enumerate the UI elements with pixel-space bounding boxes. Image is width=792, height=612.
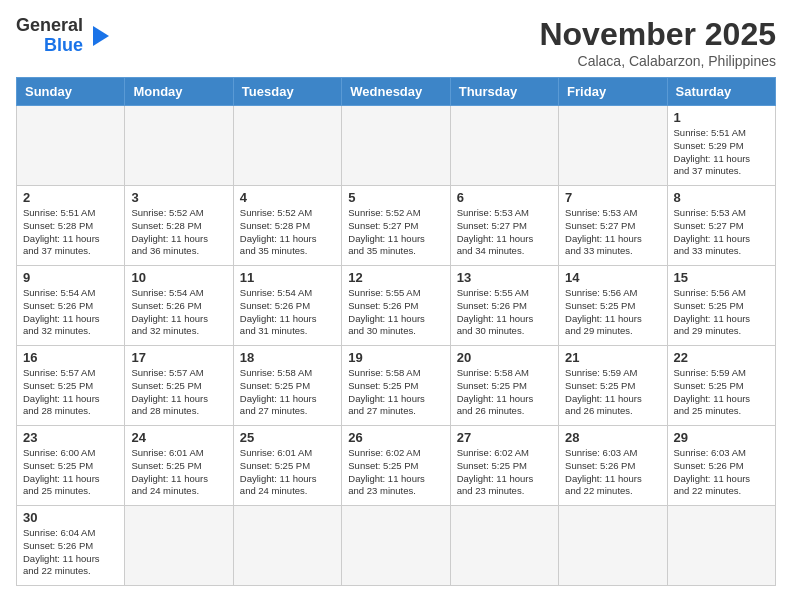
cell-info: Sunrise: 5:55 AM Sunset: 5:26 PM Dayligh… (457, 287, 552, 338)
cell-info: Sunrise: 6:00 AM Sunset: 5:25 PM Dayligh… (23, 447, 118, 498)
logo-general: General (16, 16, 83, 36)
day-number: 15 (674, 270, 769, 285)
cell-info: Sunrise: 5:57 AM Sunset: 5:25 PM Dayligh… (131, 367, 226, 418)
day-number: 5 (348, 190, 443, 205)
cell-info: Sunrise: 5:58 AM Sunset: 5:25 PM Dayligh… (348, 367, 443, 418)
month-title: November 2025 (539, 16, 776, 53)
calendar-cell: 7Sunrise: 5:53 AM Sunset: 5:27 PM Daylig… (559, 186, 667, 266)
cell-info: Sunrise: 6:02 AM Sunset: 5:25 PM Dayligh… (348, 447, 443, 498)
calendar-cell (559, 106, 667, 186)
cell-info: Sunrise: 5:55 AM Sunset: 5:26 PM Dayligh… (348, 287, 443, 338)
day-number: 20 (457, 350, 552, 365)
calendar-cell: 10Sunrise: 5:54 AM Sunset: 5:26 PM Dayli… (125, 266, 233, 346)
calendar-cell (233, 106, 341, 186)
day-number: 6 (457, 190, 552, 205)
cell-info: Sunrise: 6:01 AM Sunset: 5:25 PM Dayligh… (240, 447, 335, 498)
calendar-cell: 18Sunrise: 5:58 AM Sunset: 5:25 PM Dayli… (233, 346, 341, 426)
day-number: 22 (674, 350, 769, 365)
day-number: 28 (565, 430, 660, 445)
cell-info: Sunrise: 5:58 AM Sunset: 5:25 PM Dayligh… (240, 367, 335, 418)
cell-info: Sunrise: 5:54 AM Sunset: 5:26 PM Dayligh… (131, 287, 226, 338)
week-row-2: 2Sunrise: 5:51 AM Sunset: 5:28 PM Daylig… (17, 186, 776, 266)
calendar-cell (125, 106, 233, 186)
day-number: 12 (348, 270, 443, 285)
cell-info: Sunrise: 5:56 AM Sunset: 5:25 PM Dayligh… (565, 287, 660, 338)
calendar-cell: 14Sunrise: 5:56 AM Sunset: 5:25 PM Dayli… (559, 266, 667, 346)
day-number: 17 (131, 350, 226, 365)
week-row-6: 30Sunrise: 6:04 AM Sunset: 5:26 PM Dayli… (17, 506, 776, 586)
cell-info: Sunrise: 6:03 AM Sunset: 5:26 PM Dayligh… (674, 447, 769, 498)
calendar-cell (450, 106, 558, 186)
cell-info: Sunrise: 5:59 AM Sunset: 5:25 PM Dayligh… (565, 367, 660, 418)
day-number: 13 (457, 270, 552, 285)
cell-info: Sunrise: 5:56 AM Sunset: 5:25 PM Dayligh… (674, 287, 769, 338)
cell-info: Sunrise: 5:51 AM Sunset: 5:28 PM Dayligh… (23, 207, 118, 258)
day-number: 7 (565, 190, 660, 205)
day-number: 3 (131, 190, 226, 205)
calendar-cell (125, 506, 233, 586)
calendar-cell: 28Sunrise: 6:03 AM Sunset: 5:26 PM Dayli… (559, 426, 667, 506)
calendar-cell: 17Sunrise: 5:57 AM Sunset: 5:25 PM Dayli… (125, 346, 233, 426)
cell-info: Sunrise: 6:02 AM Sunset: 5:25 PM Dayligh… (457, 447, 552, 498)
svg-marker-0 (93, 26, 109, 46)
cell-info: Sunrise: 5:52 AM Sunset: 5:27 PM Dayligh… (348, 207, 443, 258)
calendar-cell: 16Sunrise: 5:57 AM Sunset: 5:25 PM Dayli… (17, 346, 125, 426)
week-row-1: 1Sunrise: 5:51 AM Sunset: 5:29 PM Daylig… (17, 106, 776, 186)
calendar-cell: 21Sunrise: 5:59 AM Sunset: 5:25 PM Dayli… (559, 346, 667, 426)
calendar-cell: 4Sunrise: 5:52 AM Sunset: 5:28 PM Daylig… (233, 186, 341, 266)
cell-info: Sunrise: 5:59 AM Sunset: 5:25 PM Dayligh… (674, 367, 769, 418)
calendar-cell: 19Sunrise: 5:58 AM Sunset: 5:25 PM Dayli… (342, 346, 450, 426)
day-number: 8 (674, 190, 769, 205)
weekday-header-monday: Monday (125, 78, 233, 106)
page-header: General Blue November 2025 Calaca, Calab… (16, 16, 776, 69)
weekday-header-saturday: Saturday (667, 78, 775, 106)
cell-info: Sunrise: 5:54 AM Sunset: 5:26 PM Dayligh… (240, 287, 335, 338)
calendar-cell (17, 106, 125, 186)
cell-info: Sunrise: 5:51 AM Sunset: 5:29 PM Dayligh… (674, 127, 769, 178)
calendar-cell (233, 506, 341, 586)
day-number: 10 (131, 270, 226, 285)
day-number: 9 (23, 270, 118, 285)
location: Calaca, Calabarzon, Philippines (539, 53, 776, 69)
calendar-cell: 30Sunrise: 6:04 AM Sunset: 5:26 PM Dayli… (17, 506, 125, 586)
day-number: 14 (565, 270, 660, 285)
day-number: 1 (674, 110, 769, 125)
calendar-cell (342, 506, 450, 586)
cell-info: Sunrise: 5:52 AM Sunset: 5:28 PM Dayligh… (240, 207, 335, 258)
weekday-header-wednesday: Wednesday (342, 78, 450, 106)
day-number: 30 (23, 510, 118, 525)
weekday-header-thursday: Thursday (450, 78, 558, 106)
day-number: 27 (457, 430, 552, 445)
day-number: 16 (23, 350, 118, 365)
calendar-cell (450, 506, 558, 586)
cell-info: Sunrise: 5:58 AM Sunset: 5:25 PM Dayligh… (457, 367, 552, 418)
calendar-cell (342, 106, 450, 186)
day-number: 18 (240, 350, 335, 365)
calendar-cell: 29Sunrise: 6:03 AM Sunset: 5:26 PM Dayli… (667, 426, 775, 506)
weekday-header-row: SundayMondayTuesdayWednesdayThursdayFrid… (17, 78, 776, 106)
day-number: 24 (131, 430, 226, 445)
day-number: 21 (565, 350, 660, 365)
calendar-cell: 26Sunrise: 6:02 AM Sunset: 5:25 PM Dayli… (342, 426, 450, 506)
week-row-4: 16Sunrise: 5:57 AM Sunset: 5:25 PM Dayli… (17, 346, 776, 426)
day-number: 2 (23, 190, 118, 205)
calendar-cell: 15Sunrise: 5:56 AM Sunset: 5:25 PM Dayli… (667, 266, 775, 346)
logo-triangle-icon (85, 22, 113, 50)
cell-info: Sunrise: 6:01 AM Sunset: 5:25 PM Dayligh… (131, 447, 226, 498)
cell-info: Sunrise: 6:03 AM Sunset: 5:26 PM Dayligh… (565, 447, 660, 498)
calendar-cell: 8Sunrise: 5:53 AM Sunset: 5:27 PM Daylig… (667, 186, 775, 266)
logo: General Blue (16, 16, 113, 56)
logo-wordmark: General Blue (16, 16, 113, 56)
cell-info: Sunrise: 5:53 AM Sunset: 5:27 PM Dayligh… (457, 207, 552, 258)
weekday-header-sunday: Sunday (17, 78, 125, 106)
calendar-cell: 24Sunrise: 6:01 AM Sunset: 5:25 PM Dayli… (125, 426, 233, 506)
day-number: 23 (23, 430, 118, 445)
calendar-cell: 22Sunrise: 5:59 AM Sunset: 5:25 PM Dayli… (667, 346, 775, 426)
week-row-5: 23Sunrise: 6:00 AM Sunset: 5:25 PM Dayli… (17, 426, 776, 506)
day-number: 19 (348, 350, 443, 365)
cell-info: Sunrise: 5:53 AM Sunset: 5:27 PM Dayligh… (565, 207, 660, 258)
calendar-table: SundayMondayTuesdayWednesdayThursdayFrid… (16, 77, 776, 586)
cell-info: Sunrise: 5:53 AM Sunset: 5:27 PM Dayligh… (674, 207, 769, 258)
day-number: 4 (240, 190, 335, 205)
calendar-cell (667, 506, 775, 586)
